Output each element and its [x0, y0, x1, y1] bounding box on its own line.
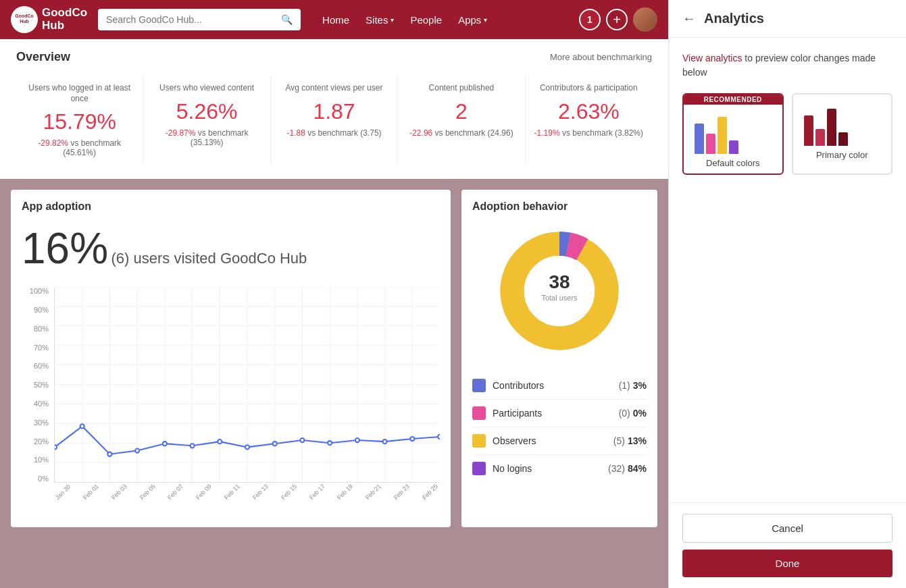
svg-text:Hub: Hub [20, 19, 29, 24]
legend-observers: Observers (5) 13% [472, 427, 647, 455]
svg-point-27 [80, 425, 84, 429]
behavior-title: Adoption behavior [472, 201, 647, 213]
right-panel: ← Analytics View analytics to preview co… [668, 0, 906, 588]
panel-body: View analytics to preview color changes … [669, 38, 906, 502]
app-adoption-card: App adoption 16% (6) users visited GoodC… [11, 190, 451, 527]
logo-line2: Hub [42, 20, 87, 32]
swatch-label-default: Default colors [689, 158, 777, 168]
recommended-badge: RECOMMENDED [684, 95, 782, 105]
logo-line1: GoodCo [42, 7, 87, 20]
add-button[interactable]: + [606, 9, 628, 30]
search-bar[interactable]: 🔍 [98, 9, 301, 30]
notification-badge[interactable]: 1 [579, 9, 601, 30]
metric-viewed-content: Users who viewed content 5.26% -29.87% v… [143, 75, 270, 165]
svg-point-28 [107, 452, 111, 456]
big-percentage: 16% [22, 224, 108, 273]
big-stat: 16% (6) users visited GoodCo Hub [22, 223, 440, 273]
swatch-bar [804, 115, 813, 146]
metric-logged-in: Users who logged in at least once 15.79%… [16, 75, 143, 165]
overview-card: Overview More about benchmarking Users w… [0, 39, 668, 179]
panel-header: ← Analytics [669, 0, 906, 38]
app-adoption-title: App adoption [22, 201, 440, 213]
swatch-bar [838, 132, 848, 146]
chevron-down-icon: ▾ [391, 16, 394, 24]
nav-links: Home Sites ▾ People Apps ▾ [322, 14, 487, 26]
charts-row: App adoption 16% (6) users visited GoodC… [0, 179, 668, 538]
swatch-chart-default [689, 113, 777, 154]
swatch-bar [706, 134, 715, 154]
benchmark-link[interactable]: More about benchmarking [550, 52, 652, 62]
svg-point-26 [55, 445, 57, 449]
svg-point-39 [410, 437, 414, 441]
chart-plot-area [54, 287, 440, 483]
swatch-default-colors[interactable]: RECOMMENDED Default colors [682, 93, 784, 175]
svg-point-36 [328, 441, 332, 445]
logo[interactable]: GoodCo Hub GoodCo Hub [11, 6, 87, 33]
nav-home[interactable]: Home [322, 14, 349, 26]
svg-text:Total users: Total users [541, 294, 578, 302]
overview-title: Overview [16, 50, 70, 64]
participants-color [472, 406, 486, 420]
swatch-bar [827, 109, 836, 146]
svg-point-31 [191, 444, 195, 448]
svg-point-32 [218, 439, 222, 444]
legend-no-logins: No logins (32) 84% [472, 455, 647, 482]
y-axis: 100% 90% 80% 70% 60% 50% 40% 30% 20% 10%… [22, 287, 49, 483]
swatch-bar [729, 140, 738, 154]
no-logins-color [472, 462, 486, 475]
svg-text:GoodCo: GoodCo [15, 14, 34, 18]
metrics-row: Users who logged in at least once 15.79%… [16, 75, 652, 165]
line-chart: 100% 90% 80% 70% 60% 50% 40% 30% 20% 10%… [22, 287, 440, 503]
back-button[interactable]: ← [682, 11, 696, 26]
svg-point-38 [383, 439, 387, 444]
top-navigation: GoodCo Hub GoodCo Hub 🔍 Home Sites ▾ Peo… [0, 0, 668, 39]
panel-footer: Cancel Done [669, 502, 906, 588]
nav-people[interactable]: People [410, 14, 442, 26]
svg-point-30 [163, 442, 167, 446]
svg-text:38: 38 [549, 271, 570, 292]
view-analytics-link[interactable]: View analytics [682, 53, 742, 63]
contributors-color [472, 379, 486, 392]
chevron-down-icon: ▾ [484, 16, 487, 24]
panel-title: Analytics [704, 11, 764, 26]
swatch-bar [815, 129, 825, 146]
nav-sites[interactable]: Sites ▾ [366, 14, 394, 26]
swatch-label-primary: Primary color [799, 150, 886, 160]
svg-point-40 [438, 435, 440, 439]
adoption-behavior-card: Adoption behavior [461, 190, 657, 527]
big-label: (6) users visited GoodCo Hub [111, 250, 307, 267]
nav-apps[interactable]: Apps ▾ [458, 14, 487, 26]
donut-chart: 38 Total users [472, 223, 647, 358]
nav-actions: 1 + [579, 7, 657, 32]
svg-point-34 [273, 442, 277, 446]
legend-participants: Participants (0) 0% [472, 400, 647, 427]
swatch-bar [695, 124, 704, 154]
metric-content-published: Content published 2 -22.96 vs benchmark … [398, 75, 525, 165]
svg-point-29 [135, 449, 139, 453]
page-content: Overview More about benchmarking Users w… [0, 39, 668, 588]
metric-contributors: Contributors & participation 2.63% -1.19… [526, 75, 652, 165]
logo-icon: GoodCo Hub [11, 6, 38, 33]
svg-point-33 [245, 445, 249, 449]
metric-avg-views: Avg content views per user 1.87 -1.88 vs… [271, 75, 398, 165]
avatar[interactable] [633, 7, 657, 32]
observers-color [472, 434, 486, 448]
swatch-chart-primary [799, 105, 886, 146]
swatches-row: RECOMMENDED Default colors Primary col [682, 93, 892, 175]
swatch-bar [718, 117, 727, 154]
done-button[interactable]: Done [682, 550, 892, 577]
legend-contributors: Contributors (1) 3% [472, 372, 647, 400]
search-input[interactable] [106, 14, 276, 25]
cancel-button[interactable]: Cancel [682, 514, 892, 543]
svg-point-35 [300, 438, 304, 442]
swatch-primary-color[interactable]: Primary color [792, 93, 893, 175]
search-icon: 🔍 [281, 14, 293, 25]
panel-description: View analytics to preview color changes … [682, 51, 892, 80]
svg-point-37 [355, 438, 359, 442]
